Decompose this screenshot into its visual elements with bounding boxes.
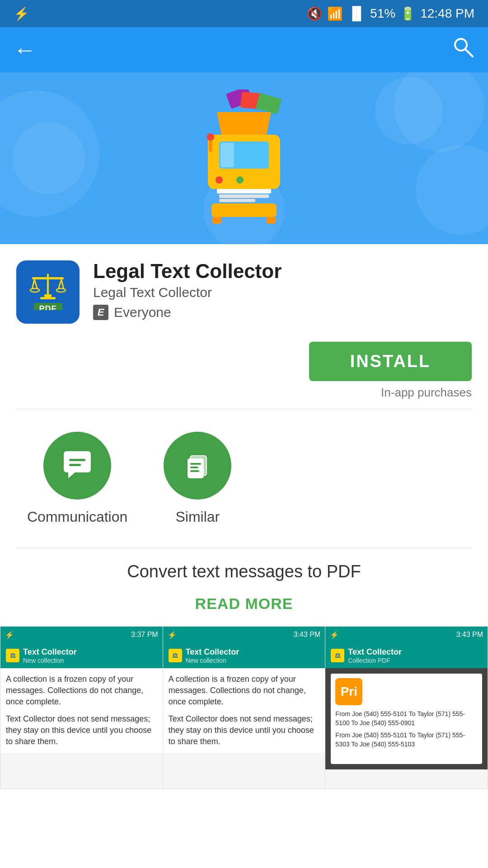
mute-icon: 🔇 xyxy=(307,6,323,21)
signal-icon: ▐▌ xyxy=(347,6,366,21)
status-icons: 🔇 📶 ▐▌ 51% 🔋 12:48 PM xyxy=(307,6,474,21)
app-icon: PDF xyxy=(16,260,80,324)
svg-line-25 xyxy=(58,279,61,289)
rating-badge: E xyxy=(93,305,108,320)
svg-rect-19 xyxy=(267,217,276,224)
svg-rect-17 xyxy=(211,203,277,217)
ss1-title-block: Text Collector New collection xyxy=(23,647,77,664)
app-name: Legal Text Collector xyxy=(93,260,472,282)
gear-bg-3 xyxy=(375,77,443,145)
svg-line-1 xyxy=(465,49,473,57)
hero-banner xyxy=(0,72,488,244)
ss1-subtitle: New collection xyxy=(23,657,77,664)
svg-point-27 xyxy=(56,288,66,292)
svg-rect-18 xyxy=(212,217,221,224)
ss1-app-icon: ⚖ xyxy=(6,649,19,662)
svg-rect-36 xyxy=(190,470,199,472)
ss2-body1: A collection is a frozen copy of your me… xyxy=(169,674,320,708)
read-more-button[interactable]: READ MORE xyxy=(195,595,293,613)
ss2-app-icon: ⚖ xyxy=(169,649,182,662)
ss3-app-title: Text Collector xyxy=(348,647,402,657)
svg-line-26 xyxy=(61,279,64,289)
ss3-pdf-preview: Pri From Joe (540) 555-5101 To Taylor (5… xyxy=(331,674,482,764)
svg-rect-8 xyxy=(221,143,234,167)
svg-point-9 xyxy=(216,176,223,184)
app-info-section: PDF Legal Text Collector Legal Text Coll… xyxy=(0,244,488,333)
divider-2 xyxy=(16,548,472,548)
description-section: Convert text messages to PDF READ MORE xyxy=(0,553,488,617)
category-section: Communication Similar xyxy=(0,414,488,543)
screenshot-2[interactable]: ⚡ 3:43 PM ⚖ Text Collector New collectio… xyxy=(163,626,326,789)
ss1-body1: A collection is a frozen copy of your me… xyxy=(6,674,157,708)
ss1-body2: Text Collector does not send messages; t… xyxy=(6,713,157,748)
back-button[interactable]: ← xyxy=(14,37,36,63)
svg-point-10 xyxy=(226,176,233,184)
status-bar: ⚡ 🔇 📶 ▐▌ 51% 🔋 12:48 PM xyxy=(0,0,488,27)
screenshot-2-body: A collection is a frozen copy of your me… xyxy=(163,668,325,753)
install-button[interactable]: INSTALL xyxy=(309,342,472,381)
ss1-app-title: Text Collector xyxy=(23,647,77,657)
wifi-icon: 📶 xyxy=(327,6,343,21)
screenshots-row: ⚡ 3:37 PM ⚖ Text Collector New collectio… xyxy=(0,617,488,789)
ss1-time: 3:37 PM xyxy=(131,631,158,639)
svg-rect-15 xyxy=(219,194,269,198)
screenshot-3[interactable]: ⚡ 3:43 PM ⚖ Text Collector Collection PD… xyxy=(325,626,488,789)
rating-label: Everyone xyxy=(114,305,171,320)
svg-rect-4 xyxy=(256,93,282,114)
install-section: INSTALL In-app purchases xyxy=(0,333,488,404)
svg-rect-21 xyxy=(32,277,64,279)
divider-1 xyxy=(16,409,472,409)
similar-label: Similar xyxy=(175,509,220,525)
svg-rect-31 xyxy=(69,464,81,466)
ss2-subtitle: New collection xyxy=(186,657,239,664)
search-button[interactable] xyxy=(452,36,474,64)
gear-bg-2 xyxy=(416,145,488,235)
ss3-body1: From Joe (540) 555-5101 To Taylor (571) … xyxy=(335,710,478,727)
ss2-left-icon: ⚡ xyxy=(168,631,177,639)
ss1-left-icon: ⚡ xyxy=(5,631,14,639)
screenshot-1-appbar: ⚖ Text Collector New collection xyxy=(0,643,163,668)
screenshot-2-appbar: ⚖ Text Collector New collection xyxy=(163,643,325,668)
communication-label: Communication xyxy=(27,509,127,525)
screenshot-3-body: Pri From Joe (540) 555-5101 To Taylor (5… xyxy=(325,668,488,769)
ss2-app-title: Text Collector xyxy=(186,647,239,657)
screenshot-1-status: ⚡ 3:37 PM xyxy=(0,627,163,643)
svg-rect-20 xyxy=(47,274,49,295)
category-item-communication[interactable]: Communication xyxy=(27,432,127,525)
gear-bg-1 xyxy=(0,90,99,217)
ss3-thumbnail: Pri xyxy=(335,678,362,705)
status-left-icon: ⚡ xyxy=(14,6,29,21)
svg-rect-34 xyxy=(190,463,201,465)
screenshot-1[interactable]: ⚡ 3:37 PM ⚖ Text Collector New collectio… xyxy=(0,626,163,789)
battery-text: 51% xyxy=(370,6,395,21)
description-text: Convert text messages to PDF xyxy=(16,562,472,581)
ss3-left-icon: ⚡ xyxy=(330,631,339,639)
ss2-time: 3:43 PM xyxy=(294,631,321,639)
svg-point-11 xyxy=(236,176,244,184)
svg-line-23 xyxy=(34,279,38,289)
screenshot-3-appbar: ⚖ Text Collector Collection PDF xyxy=(325,643,488,668)
svg-rect-14 xyxy=(217,189,271,193)
screenshot-3-status: ⚡ 3:43 PM xyxy=(325,627,488,643)
svg-point-13 xyxy=(207,133,214,141)
ss3-body2: From Joe (540) 555-5101 To Taylor (571) … xyxy=(335,731,478,749)
in-app-purchases-label: In-app purchases xyxy=(381,386,472,400)
svg-rect-30 xyxy=(69,459,85,461)
svg-point-24 xyxy=(30,288,39,292)
communication-circle xyxy=(43,432,111,500)
ss2-title-block: Text Collector New collection xyxy=(186,647,239,664)
category-item-similar[interactable]: Similar xyxy=(164,432,231,525)
app-info-row: PDF Legal Text Collector Legal Text Coll… xyxy=(16,260,472,324)
app-rating-row: E Everyone xyxy=(93,305,472,320)
svg-rect-28 xyxy=(44,294,52,297)
battery-icon: 🔋 xyxy=(400,6,416,21)
svg-line-22 xyxy=(32,279,34,289)
app-title-block: Legal Text Collector Legal Text Collecto… xyxy=(93,260,472,320)
screenshot-1-body: A collection is a frozen copy of your me… xyxy=(0,668,163,753)
svg-rect-16 xyxy=(219,199,255,202)
app-hero-image xyxy=(172,90,316,227)
svg-rect-29 xyxy=(40,297,56,299)
top-nav: ← xyxy=(0,27,488,72)
screenshot-2-status: ⚡ 3:43 PM xyxy=(163,627,325,643)
ss3-time: 3:43 PM xyxy=(456,631,483,639)
